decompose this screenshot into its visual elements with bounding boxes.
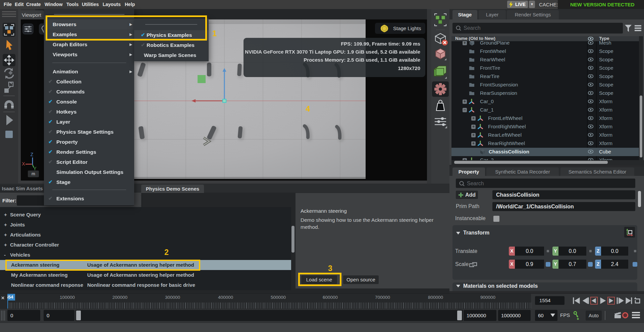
svg-text:X: X [22,161,25,167]
svg-text:Z: Z [31,152,34,157]
svg-text:Y: Y [33,166,37,171]
